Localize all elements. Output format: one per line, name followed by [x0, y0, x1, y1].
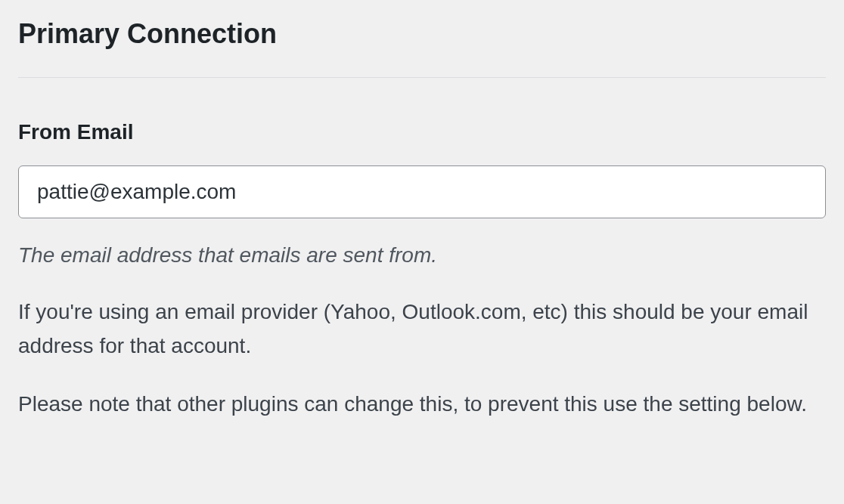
from-email-input[interactable]	[18, 165, 826, 218]
section-divider	[18, 77, 826, 78]
from-email-help-provider: If you're using an email provider (Yahoo…	[18, 295, 826, 363]
section-title: Primary Connection	[18, 18, 826, 50]
from-email-description: The email address that emails are sent f…	[18, 240, 826, 271]
from-email-label: From Email	[18, 120, 826, 144]
from-email-help-plugins: Please note that other plugins can chang…	[18, 388, 826, 422]
